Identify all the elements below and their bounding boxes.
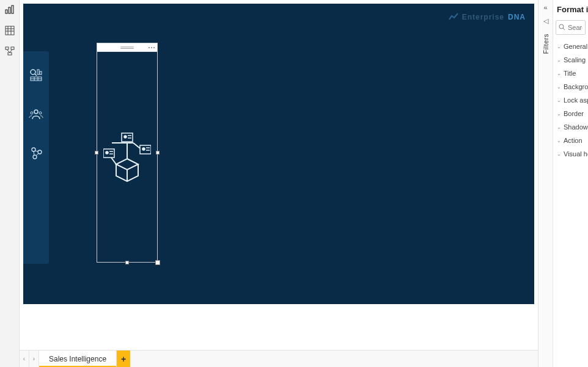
overview-dashboard-icon [29,68,43,82]
svg-marker-30 [116,159,138,170]
format-section-label: Visual he... [564,150,588,158]
format-section-label: Title [564,70,576,77]
svg-rect-16 [40,71,42,74]
brand-watermark-icon [449,12,458,22]
left-view-rail [0,0,20,367]
model-view-icon [5,46,15,56]
resize-handle-right[interactable] [156,151,160,154]
selected-image-visual[interactable] [97,43,158,263]
resize-handle-bottom-right[interactable] [155,260,160,265]
visual-more-options-icon[interactable] [149,47,155,48]
format-section-shadow[interactable]: ⌄ Shadow [553,120,588,134]
svg-line-11 [7,49,10,53]
format-section-label: Border [564,110,584,117]
svg-rect-2 [12,5,13,13]
report-view-button[interactable] [4,4,16,16]
chevron-down-icon: ⌄ [557,84,561,90]
svg-point-38 [124,136,127,138]
page-tab-label: Sales Intelligence [49,355,106,363]
chevron-down-icon: ⌄ [557,138,561,144]
triangle-left-icon: ◁ [543,17,548,24]
svg-point-42 [106,151,108,154]
format-section-label: Lock asp... [564,96,588,104]
add-page-button[interactable]: + [117,351,130,367]
chevron-right-icon: › [33,355,35,362]
svg-point-46 [142,148,145,150]
page-tab-sales-intelligence[interactable]: Sales Intelligence [39,351,117,367]
svg-rect-10 [8,53,12,55]
customers-icon [29,107,43,122]
svg-rect-37 [122,133,133,142]
brand-watermark: Enterprise DNA [449,12,526,22]
format-section-title[interactable]: ⌄ Title [553,67,588,80]
brand-accent: DNA [508,13,526,21]
svg-rect-41 [103,149,114,158]
svg-point-49 [559,24,564,29]
format-pane-title: Format im [553,0,588,18]
expand-panes-button[interactable]: « [543,4,547,11]
format-section-label: Shadow [564,123,588,131]
format-section-label: General [564,43,587,50]
format-section-background[interactable]: ⌄ Backgro... [553,80,588,93]
brand-label: Enterprise [462,13,504,21]
svg-line-50 [563,28,565,30]
svg-point-22 [31,112,33,114]
report-side-nav [23,51,49,264]
plus-icon: + [121,354,126,364]
svg-line-28 [36,153,39,156]
format-section-visual-header[interactable]: ⌄ Visual he... [553,147,588,161]
svg-rect-3 [6,26,14,35]
page-tab-bar: ‹ › Sales Intelligence + [20,350,538,367]
model-view-button[interactable] [4,45,16,57]
format-section-label: Action [564,137,582,144]
nav-products-button[interactable] [28,145,44,161]
drag-grip-icon[interactable] [120,46,134,49]
chevron-down-icon: ⌄ [557,98,561,103]
chevron-down-icon: ⌄ [557,71,561,76]
svg-point-13 [31,70,35,74]
svg-rect-1 [9,7,10,13]
svg-rect-15 [37,70,39,74]
tab-next-button[interactable]: › [29,351,39,367]
chevron-down-icon: ⌄ [557,57,561,63]
tab-prev-button[interactable]: ‹ [20,351,29,367]
format-section-scaling[interactable]: ⌄ Scaling [553,53,588,67]
nav-overview-button[interactable] [28,67,44,83]
svg-point-23 [39,112,42,114]
canvas-lower-padding [20,304,538,350]
resize-handle-left[interactable] [95,151,98,154]
nav-customers-button[interactable] [28,106,44,122]
chevron-left-icon: ‹ [23,355,25,362]
chevron-down-icon: ⌄ [557,44,561,49]
canvas-wrap: Enterprise DNA [20,0,538,350]
format-section-label: Backgro... [564,83,588,90]
svg-point-21 [34,110,38,114]
svg-line-29 [34,151,34,155]
visual-header[interactable] [97,43,157,52]
product-network-graphic-icon [103,129,151,184]
data-view-button[interactable] [4,24,16,37]
format-section-lock-aspect[interactable]: ⌄ Lock asp... [553,93,588,107]
chevron-down-icon: ⌄ [557,125,561,130]
resize-handle-bottom[interactable] [125,261,129,264]
svg-rect-0 [6,10,7,13]
format-search-box[interactable] [556,20,586,35]
filters-pane-label[interactable]: Filters [542,34,549,54]
svg-line-12 [10,49,12,53]
svg-line-14 [35,74,37,76]
format-section-action[interactable]: ⌄ Action [553,134,588,147]
double-chevron-left-icon: « [543,4,547,11]
svg-rect-8 [6,47,9,49]
chevron-down-icon: ⌄ [557,111,561,117]
expand-visualizations-button[interactable]: ◁ [543,17,548,25]
chevron-down-icon: ⌄ [557,151,561,157]
report-canvas[interactable]: Enterprise DNA [23,4,534,304]
svg-rect-9 [11,47,14,49]
products-icon [29,146,43,161]
report-view-icon [5,5,15,15]
format-section-general[interactable]: ⌄ General [553,40,588,53]
format-section-border[interactable]: ⌄ Border [553,107,588,120]
format-search-input[interactable] [568,24,582,31]
visual-body [97,52,157,262]
search-icon [559,24,565,32]
